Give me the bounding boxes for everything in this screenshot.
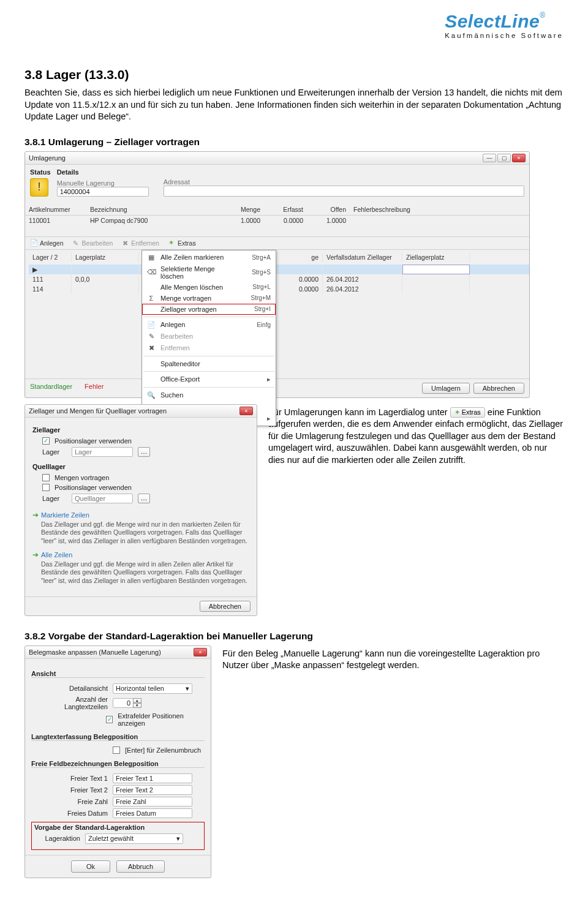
ctx-office-export[interactable]: Office-Export▸ [142, 374, 276, 385]
status-label: Status [30, 168, 51, 176]
vorgabe-section: Vorgabe der Standard-Lageraktion [34, 824, 202, 831]
toolbar-anlegen[interactable]: 📄Anlegen [30, 239, 64, 247]
new-icon: 📄 [147, 321, 156, 329]
chevron-down-icon: ▾ [176, 835, 180, 843]
warning-icon: ! [30, 178, 48, 197]
toolbar-extras[interactable]: ✶Extras [168, 239, 196, 247]
standardlager-link[interactable]: Standardlager [30, 383, 72, 394]
adressat-field[interactable] [164, 186, 524, 197]
table-row[interactable]: 110001 HP Compaq dc7900 1.0000 0.0000 1.… [25, 215, 529, 225]
umlagerung-window: Umlagerung — ▢ × Status ! Details Manuel… [24, 151, 530, 398]
eraser-icon: ⌫ [147, 268, 156, 276]
spin-up-icon[interactable]: ▴ [133, 698, 141, 703]
manuelle-lagerung-label: Manuelle Lagerung [57, 179, 155, 187]
artikel-table: Artikelnummer Bezeichnung Menge Erfasst … [25, 204, 529, 225]
col-erfasst[interactable]: Erfasst [264, 204, 307, 216]
window-close-button[interactable]: × [512, 154, 526, 162]
zdlg-abbrechen-button[interactable]: Abbrechen [200, 601, 251, 612]
checkbox-icon[interactable] [113, 746, 120, 754]
grid-row[interactable]: 111 0,0,0 0.0000 26.04.2012 [29, 274, 529, 284]
lookup-button[interactable]: … [138, 494, 150, 503]
ziellager-titlebar[interactable]: Ziellager und Mengen für Quelllager vort… [25, 405, 257, 418]
edit-icon: ✎ [72, 239, 80, 247]
freies-datum-field[interactable]: Freies Datum [113, 808, 192, 818]
detailansicht-label: Detailansicht [31, 685, 108, 692]
abbrechen-button[interactable]: Abbrechen [473, 383, 524, 394]
gcol-lagerplatz[interactable]: Lagerplatz [72, 252, 139, 262]
fehler-link[interactable]: Fehler [85, 383, 104, 394]
col-fehler[interactable]: Fehlerbeschreibung [350, 204, 529, 216]
chevron-down-icon: ▾ [186, 685, 189, 693]
ok-button[interactable]: Ok [71, 860, 110, 873]
extras-context-menu: ▦Alle Zeilen markierenStrg+A ⌫Selektiert… [141, 250, 276, 426]
ansicht-section: Ansicht [31, 670, 59, 677]
col-menge[interactable]: Menge [221, 204, 264, 216]
arrow-right-icon: ➔ [32, 511, 39, 519]
select-all-icon: ▦ [147, 254, 156, 261]
belegmaske-titlebar[interactable]: Belegmaske anpassen (Manuelle Lagerung) … [25, 646, 211, 659]
alle-zeilen-link[interactable]: Alle Zeilen [41, 551, 72, 558]
edit-icon: ✎ [147, 333, 156, 340]
markierte-zeilen-link[interactable]: Markierte Zeilen [41, 511, 89, 519]
umlagern-button[interactable]: Umlagern [422, 383, 470, 394]
freie-zahl-field[interactable]: Freie Zahl [113, 797, 192, 807]
extras-badge: ✶Extras [450, 407, 485, 418]
ctx-suchen[interactable]: 🔍Suchen [142, 389, 276, 401]
freier-text-1-field[interactable]: Freier Text 1 [113, 773, 192, 783]
gcol-ziel[interactable]: Ziellagerplatz [402, 252, 470, 262]
quelllager-label: Lager [42, 495, 67, 502]
checkbox-checked-icon[interactable]: ✓ [106, 716, 113, 723]
brand-tagline: Kaufmännische Software [445, 32, 564, 39]
langtextzeilen-label: Anzahl der Langtextzeilen [31, 696, 108, 710]
details-label: Details [57, 168, 524, 176]
checkbox-icon [42, 484, 50, 491]
grid-row[interactable]: 114 0.0000 26.04.2012 [29, 284, 529, 294]
lager-field[interactable]: Lager [72, 447, 133, 457]
close-button[interactable]: × [194, 648, 207, 656]
ziellager-dialog: Ziellager und Mengen für Quelllager vort… [24, 404, 257, 616]
freier-text-2-field[interactable]: Freier Text 2 [113, 785, 192, 795]
grid-row[interactable]: ▶ [29, 265, 529, 274]
gcol-ge[interactable]: ge [286, 252, 323, 262]
freie-felder-section: Freie Feldbezeichnungen Belegposition [31, 760, 162, 767]
spin-down-icon[interactable]: ▾ [133, 703, 141, 708]
chk-positionslager-ziel[interactable]: ✓Positionslager verwenden [42, 437, 249, 445]
extrafelder-label: Extrafelder Positionen anzeigen [118, 712, 205, 727]
quelllager-field[interactable]: Quelllager [72, 494, 133, 503]
lageraktion-label: Lageraktion [34, 835, 80, 842]
toolbar-entfernen: ✖Entfernen [121, 239, 159, 247]
col-artikelnummer[interactable]: Artikelnummer [25, 204, 86, 216]
belegmaske-title: Belegmaske anpassen (Manuelle Lagerung) [29, 649, 161, 656]
chk-mengen-vortragen[interactable]: Mengen vortragen [42, 474, 249, 481]
ctx-menge-vortragen[interactable]: ΣMenge vortragenStrg+M [142, 293, 276, 304]
ctx-spalteneditor[interactable]: Spalteneditor [142, 358, 276, 369]
ctx-ziellager-vortragen[interactable]: Ziellager vortragenStrg+I [142, 304, 276, 315]
gcol-lager[interactable]: Lager / 2 [29, 252, 72, 262]
ziellager-section: Ziellager [32, 426, 249, 434]
grid-header: Lager / 2 Lagerplatz Bemer ge Verfallsda… [29, 250, 529, 265]
window-max-button[interactable]: ▢ [497, 154, 511, 162]
ctx-anlegen[interactable]: 📄AnlegenEinfg [142, 319, 276, 331]
extras-icon: ✶ [168, 239, 175, 247]
gcol-verfall[interactable]: Verfallsdatum Ziellager [323, 252, 402, 262]
brand-name: SelectLine [445, 11, 540, 31]
col-bezeichnung[interactable]: Bezeichnung [86, 204, 221, 216]
freies-datum-label: Freies Datum [31, 810, 108, 817]
window-min-button[interactable]: — [483, 154, 496, 162]
detailansicht-select[interactable]: Horizontal teilen▾ [113, 683, 192, 694]
lookup-button[interactable]: … [138, 447, 150, 457]
langtextzeilen-stepper[interactable]: 0▴▾ [113, 698, 141, 708]
ctx-del-sel-menge[interactable]: ⌫Selektierte Menge löschenStrg+S [142, 263, 276, 282]
manuelle-lagerung-field[interactable]: 14000004 [57, 187, 149, 197]
heading-3-8-1: 3.8.1 Umlagerung – Ziellager vortragen [24, 137, 564, 148]
ctx-del-all-menge[interactable]: Alle Mengen löschenStrg+L [142, 282, 276, 293]
lageraktion-select[interactable]: Zuletzt gewählt▾ [85, 833, 183, 844]
search-icon: 🔍 [147, 391, 156, 399]
close-button[interactable]: × [239, 407, 253, 415]
abbruch-button[interactable]: Abbruch [116, 860, 165, 873]
grid-toolbar: 📄Anlegen ✎Bearbeiten ✖Entfernen ✶Extras [25, 236, 529, 250]
umlagerung-titlebar[interactable]: Umlagerung — ▢ × [25, 152, 529, 165]
ctx-mark-all[interactable]: ▦Alle Zeilen markierenStrg+A [142, 252, 276, 263]
chk-positionslager-quell[interactable]: Positionslager verwenden [42, 484, 249, 491]
col-offen[interactable]: Offen [307, 204, 350, 216]
